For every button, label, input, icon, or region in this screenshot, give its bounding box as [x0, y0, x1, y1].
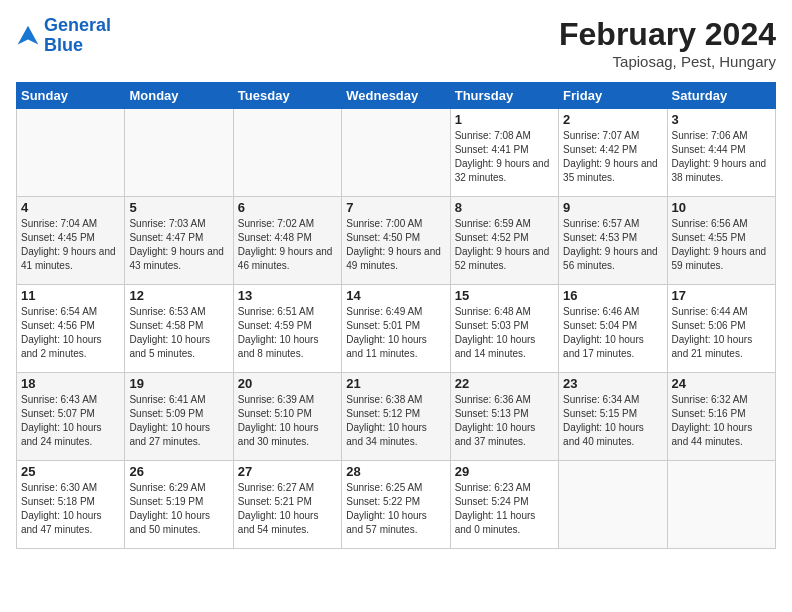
day-cell: 28Sunrise: 6:25 AM Sunset: 5:22 PM Dayli…: [342, 461, 450, 549]
day-number: 16: [563, 288, 662, 303]
day-cell: 23Sunrise: 6:34 AM Sunset: 5:15 PM Dayli…: [559, 373, 667, 461]
day-info: Sunrise: 6:23 AM Sunset: 5:24 PM Dayligh…: [455, 481, 554, 537]
day-cell: 24Sunrise: 6:32 AM Sunset: 5:16 PM Dayli…: [667, 373, 775, 461]
day-cell: 4Sunrise: 7:04 AM Sunset: 4:45 PM Daylig…: [17, 197, 125, 285]
day-cell: 27Sunrise: 6:27 AM Sunset: 5:21 PM Dayli…: [233, 461, 341, 549]
day-number: 15: [455, 288, 554, 303]
day-number: 2: [563, 112, 662, 127]
col-header-friday: Friday: [559, 83, 667, 109]
day-info: Sunrise: 7:07 AM Sunset: 4:42 PM Dayligh…: [563, 129, 662, 185]
day-cell: 12Sunrise: 6:53 AM Sunset: 4:58 PM Dayli…: [125, 285, 233, 373]
col-header-tuesday: Tuesday: [233, 83, 341, 109]
logo-text: General Blue: [44, 16, 111, 56]
day-cell: [125, 109, 233, 197]
day-cell: 29Sunrise: 6:23 AM Sunset: 5:24 PM Dayli…: [450, 461, 558, 549]
title-block: February 2024 Tapiosag, Pest, Hungary: [559, 16, 776, 70]
day-info: Sunrise: 6:53 AM Sunset: 4:58 PM Dayligh…: [129, 305, 228, 361]
day-number: 17: [672, 288, 771, 303]
day-number: 5: [129, 200, 228, 215]
day-info: Sunrise: 6:34 AM Sunset: 5:15 PM Dayligh…: [563, 393, 662, 449]
day-cell: 22Sunrise: 6:36 AM Sunset: 5:13 PM Dayli…: [450, 373, 558, 461]
day-info: Sunrise: 7:04 AM Sunset: 4:45 PM Dayligh…: [21, 217, 120, 273]
day-number: 11: [21, 288, 120, 303]
day-number: 22: [455, 376, 554, 391]
day-cell: 10Sunrise: 6:56 AM Sunset: 4:55 PM Dayli…: [667, 197, 775, 285]
logo-icon: [16, 24, 40, 48]
day-number: 13: [238, 288, 337, 303]
day-number: 19: [129, 376, 228, 391]
day-cell: 1Sunrise: 7:08 AM Sunset: 4:41 PM Daylig…: [450, 109, 558, 197]
week-row-1: 1Sunrise: 7:08 AM Sunset: 4:41 PM Daylig…: [17, 109, 776, 197]
day-info: Sunrise: 6:57 AM Sunset: 4:53 PM Dayligh…: [563, 217, 662, 273]
day-info: Sunrise: 7:08 AM Sunset: 4:41 PM Dayligh…: [455, 129, 554, 185]
day-number: 28: [346, 464, 445, 479]
day-info: Sunrise: 7:06 AM Sunset: 4:44 PM Dayligh…: [672, 129, 771, 185]
day-info: Sunrise: 6:30 AM Sunset: 5:18 PM Dayligh…: [21, 481, 120, 537]
day-number: 7: [346, 200, 445, 215]
day-cell: 6Sunrise: 7:02 AM Sunset: 4:48 PM Daylig…: [233, 197, 341, 285]
day-cell: [342, 109, 450, 197]
day-cell: 17Sunrise: 6:44 AM Sunset: 5:06 PM Dayli…: [667, 285, 775, 373]
day-cell: 14Sunrise: 6:49 AM Sunset: 5:01 PM Dayli…: [342, 285, 450, 373]
day-info: Sunrise: 6:36 AM Sunset: 5:13 PM Dayligh…: [455, 393, 554, 449]
day-number: 1: [455, 112, 554, 127]
day-cell: 18Sunrise: 6:43 AM Sunset: 5:07 PM Dayli…: [17, 373, 125, 461]
day-number: 6: [238, 200, 337, 215]
day-number: 23: [563, 376, 662, 391]
day-info: Sunrise: 6:38 AM Sunset: 5:12 PM Dayligh…: [346, 393, 445, 449]
day-info: Sunrise: 7:00 AM Sunset: 4:50 PM Dayligh…: [346, 217, 445, 273]
day-info: Sunrise: 7:03 AM Sunset: 4:47 PM Dayligh…: [129, 217, 228, 273]
day-info: Sunrise: 6:41 AM Sunset: 5:09 PM Dayligh…: [129, 393, 228, 449]
col-header-thursday: Thursday: [450, 83, 558, 109]
logo: General Blue: [16, 16, 111, 56]
day-cell: [17, 109, 125, 197]
day-cell: 5Sunrise: 7:03 AM Sunset: 4:47 PM Daylig…: [125, 197, 233, 285]
day-info: Sunrise: 6:44 AM Sunset: 5:06 PM Dayligh…: [672, 305, 771, 361]
calendar-table: SundayMondayTuesdayWednesdayThursdayFrid…: [16, 82, 776, 549]
day-cell: 25Sunrise: 6:30 AM Sunset: 5:18 PM Dayli…: [17, 461, 125, 549]
day-info: Sunrise: 6:27 AM Sunset: 5:21 PM Dayligh…: [238, 481, 337, 537]
week-row-5: 25Sunrise: 6:30 AM Sunset: 5:18 PM Dayli…: [17, 461, 776, 549]
day-info: Sunrise: 6:51 AM Sunset: 4:59 PM Dayligh…: [238, 305, 337, 361]
day-info: Sunrise: 6:49 AM Sunset: 5:01 PM Dayligh…: [346, 305, 445, 361]
day-number: 18: [21, 376, 120, 391]
day-cell: 21Sunrise: 6:38 AM Sunset: 5:12 PM Dayli…: [342, 373, 450, 461]
day-cell: 7Sunrise: 7:00 AM Sunset: 4:50 PM Daylig…: [342, 197, 450, 285]
day-number: 10: [672, 200, 771, 215]
logo-line2: Blue: [44, 35, 83, 55]
col-header-wednesday: Wednesday: [342, 83, 450, 109]
day-info: Sunrise: 6:48 AM Sunset: 5:03 PM Dayligh…: [455, 305, 554, 361]
day-info: Sunrise: 6:59 AM Sunset: 4:52 PM Dayligh…: [455, 217, 554, 273]
day-number: 12: [129, 288, 228, 303]
day-info: Sunrise: 6:54 AM Sunset: 4:56 PM Dayligh…: [21, 305, 120, 361]
day-info: Sunrise: 6:32 AM Sunset: 5:16 PM Dayligh…: [672, 393, 771, 449]
day-number: 26: [129, 464, 228, 479]
day-cell: 19Sunrise: 6:41 AM Sunset: 5:09 PM Dayli…: [125, 373, 233, 461]
day-number: 9: [563, 200, 662, 215]
day-cell: 15Sunrise: 6:48 AM Sunset: 5:03 PM Dayli…: [450, 285, 558, 373]
day-number: 4: [21, 200, 120, 215]
day-cell: 2Sunrise: 7:07 AM Sunset: 4:42 PM Daylig…: [559, 109, 667, 197]
logo-line1: General: [44, 15, 111, 35]
day-cell: 8Sunrise: 6:59 AM Sunset: 4:52 PM Daylig…: [450, 197, 558, 285]
day-number: 3: [672, 112, 771, 127]
day-number: 29: [455, 464, 554, 479]
svg-marker-0: [18, 26, 39, 45]
day-number: 21: [346, 376, 445, 391]
header-row: SundayMondayTuesdayWednesdayThursdayFrid…: [17, 83, 776, 109]
day-cell: 3Sunrise: 7:06 AM Sunset: 4:44 PM Daylig…: [667, 109, 775, 197]
day-number: 27: [238, 464, 337, 479]
week-row-4: 18Sunrise: 6:43 AM Sunset: 5:07 PM Dayli…: [17, 373, 776, 461]
day-info: Sunrise: 6:46 AM Sunset: 5:04 PM Dayligh…: [563, 305, 662, 361]
day-info: Sunrise: 6:29 AM Sunset: 5:19 PM Dayligh…: [129, 481, 228, 537]
location: Tapiosag, Pest, Hungary: [559, 53, 776, 70]
day-number: 25: [21, 464, 120, 479]
day-info: Sunrise: 6:39 AM Sunset: 5:10 PM Dayligh…: [238, 393, 337, 449]
day-cell: 16Sunrise: 6:46 AM Sunset: 5:04 PM Dayli…: [559, 285, 667, 373]
week-row-2: 4Sunrise: 7:04 AM Sunset: 4:45 PM Daylig…: [17, 197, 776, 285]
day-cell: 9Sunrise: 6:57 AM Sunset: 4:53 PM Daylig…: [559, 197, 667, 285]
day-cell: 11Sunrise: 6:54 AM Sunset: 4:56 PM Dayli…: [17, 285, 125, 373]
day-cell: [667, 461, 775, 549]
day-number: 20: [238, 376, 337, 391]
col-header-sunday: Sunday: [17, 83, 125, 109]
